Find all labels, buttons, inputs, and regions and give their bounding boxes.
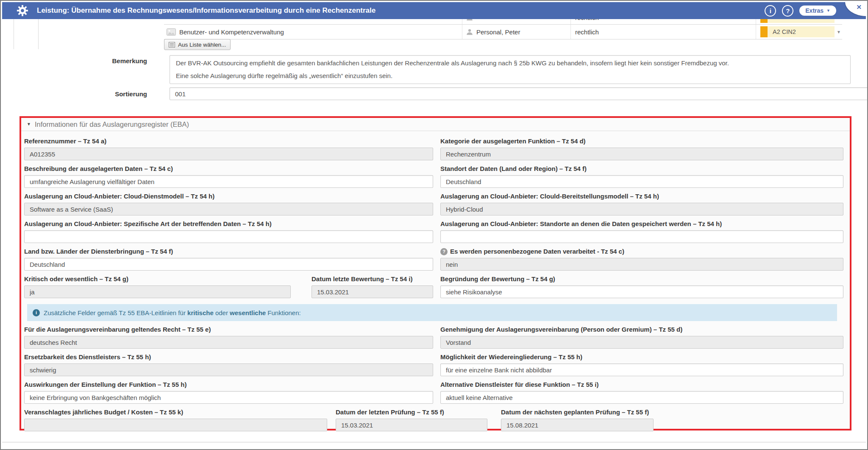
field-label: Referenznummer – Tz 54 a) (24, 137, 433, 145)
field-label: Kategorie der ausgelagerten Funktion – T… (440, 137, 843, 145)
field-referenznummer: Referenznummer – Tz 54 a) (24, 137, 433, 160)
list-icon (169, 42, 175, 48)
field-standorte-gespeichert: Auslagerung an Cloud-Anbieter: Standorte… (440, 220, 843, 243)
field-spezifische-art: Auslagerung an Cloud-Anbieter: Spezifisc… (24, 220, 433, 243)
auswirkungen-input[interactable] (24, 391, 433, 404)
cutoff-border-line (38, 19, 39, 49)
help-icon[interactable]: ? (782, 5, 793, 17)
referenznummer-input[interactable] (24, 148, 433, 160)
application-window: rechtlich Benutzer- und Kompetenzverwalt… (0, 0, 868, 450)
field-auswirkungen: Auswirkungen der Einstellung der Funktio… (24, 381, 433, 404)
sort-input[interactable] (170, 87, 868, 100)
field-kategorie: Kategorie der ausgelagerten Funktion – T… (440, 137, 843, 160)
cloud-dienstmodell-input[interactable] (24, 203, 433, 215)
field-kritisch: Kritisch oder wesentlich – Tz 54 g) (24, 275, 291, 298)
land-diensterbringung-input[interactable] (24, 258, 433, 271)
sort-label: Sortierung (43, 90, 147, 98)
field-geltendes-recht: Für die Auslagerungsvereinbarung geltend… (24, 326, 433, 349)
field-label: Beschreibung der ausgelagerten Daten – T… (24, 165, 433, 173)
field-alternative: Alternative Dienstleister für diese Funk… (440, 381, 843, 404)
budget-input[interactable] (24, 419, 327, 431)
measure-dropdown[interactable]: A2 CIN2 ▼ (760, 26, 842, 37)
title-bar: Leistung: Übernahme des Rechnungswesens/… (2, 2, 866, 19)
alternative-input[interactable] (440, 391, 843, 404)
page-title: Leistung: Übernahme des Rechnungswesens/… (37, 6, 376, 15)
field-land-diensterbringung: Land bzw. Länder der Diensterbringung – … (24, 248, 433, 271)
personenbezogene-daten-input[interactable] (440, 258, 843, 271)
image-icon (167, 28, 176, 36)
measure-badge: A2 CIN2 (768, 26, 835, 37)
field-label: Alternative Dienstleister für diese Funk… (440, 381, 843, 389)
field-label: Auslagerung an Cloud-Anbieter: Standorte… (440, 220, 843, 228)
field-budget: Veranschlagtes jährliches Budget / Koste… (24, 408, 327, 431)
beschreibung-input[interactable] (24, 175, 433, 188)
person-icon (466, 28, 473, 36)
field-datum-naechste-pruefung: Datum der nächsten geplanten Prüfung – T… (501, 408, 654, 431)
dropdown-arrow-icon: ▼ (837, 30, 841, 34)
field-standort-daten: Standort der Daten (Land oder Region) – … (440, 165, 843, 188)
field-label: Datum letzte Bewertung – Tz 54 i) (312, 275, 433, 283)
ersetzbarkeit-input[interactable] (24, 363, 433, 376)
field-label: Möglichkeit der Wiedereingliederung – Tz… (440, 353, 843, 361)
field-label: Datum der letzten Prüfung – Tz 55 f) (336, 408, 487, 416)
table-cell-name: Benutzer- und Kompetenzverwaltung (164, 25, 462, 39)
field-label: Für die Auslagerungsvereinbarung geltend… (24, 326, 433, 333)
remark-textarea[interactable]: Der BVR-AK Outsourcing empfiehlt die ges… (170, 55, 851, 84)
eba-section-body: Referenznummer – Tz 54 a) Kategorie der … (21, 131, 850, 431)
field-label: Veranschlagtes jährliches Budget / Koste… (24, 408, 327, 416)
kategorie-input[interactable] (440, 148, 843, 160)
status-color-square (760, 26, 768, 37)
field-label: Auslagerung an Cloud-Anbieter: Clould-Be… (440, 193, 843, 200)
table-row[interactable]: Benutzer- und Kompetenzverwaltung Person… (164, 25, 842, 39)
field-label: Datum der nächsten geplanten Prüfung – T… (501, 408, 654, 416)
datum-letzte-pruefung-input[interactable] (336, 419, 487, 431)
remark-label: Bemerkung (43, 57, 147, 64)
info-icon[interactable]: i (765, 5, 776, 17)
chevron-down-icon: ▼ (826, 8, 830, 13)
spezifische-art-input[interactable] (24, 230, 433, 243)
eba-section-header[interactable]: ▼ Informationen für das Auslagerungsregi… (21, 118, 850, 131)
panel-bottom-divider (2, 442, 866, 442)
field-label: Genehmigung der Auslagerungsvereinbarung… (440, 326, 843, 333)
standort-daten-input[interactable] (440, 175, 843, 188)
info-circle-icon: i (33, 309, 40, 316)
eba-section-title: Informationen für das Auslagerungsregist… (35, 118, 189, 131)
field-label: Auslagerung an Cloud-Anbieter: Cloud-Die… (24, 193, 433, 200)
field-ersetzbarkeit: Ersetzbarkeit des Dienstleisters – Tz 55… (24, 353, 433, 376)
person-name: Personal, Peter (476, 28, 520, 36)
remark-line-1: Der BVR-AK Outsourcing empfiehlt die ges… (176, 59, 844, 67)
service-name: Benutzer- und Kompetenzverwaltung (179, 28, 284, 36)
datum-bewertung-input[interactable] (312, 285, 433, 298)
field-beschreibung: Beschreibung der ausgelagerten Daten – T… (24, 165, 433, 188)
standorte-gespeichert-input[interactable] (440, 230, 843, 243)
datum-naechste-pruefung-input[interactable] (501, 419, 654, 431)
field-label: Ersetzbarkeit des Dienstleisters – Tz 55… (24, 353, 433, 361)
field-label: Standort der Daten (Land oder Region) – … (440, 165, 843, 173)
field-wiedereingliederung: Möglichkeit der Wiedereingliederung – Tz… (440, 353, 843, 376)
begruendung-input[interactable] (440, 285, 843, 298)
extras-label: Extras (805, 7, 823, 14)
bereitstellungsmodell-input[interactable] (440, 203, 843, 215)
field-genehmigung: Genehmigung der Auslagerungsvereinbarung… (440, 326, 843, 349)
table-cell-person: Personal, Peter (462, 25, 571, 39)
geltendes-recht-input[interactable] (24, 336, 433, 349)
genehmigung-input[interactable] (440, 336, 843, 349)
field-personenbezogene-daten: ? Es werden personenbezogene Daten verar… (440, 248, 843, 271)
extras-button[interactable]: Extras ▼ (799, 6, 836, 16)
table-cell-measure: A2 CIN2 ▼ (756, 25, 842, 39)
question-icon[interactable]: ? (440, 248, 448, 255)
choose-from-list-label: Aus Liste wählen... (178, 42, 226, 48)
field-label: Kritisch oder wesentlich – Tz 54 g) (24, 275, 291, 283)
field-label: ? Es werden personenbezogene Daten verar… (440, 248, 843, 255)
wiedereingliederung-input[interactable] (440, 363, 843, 376)
field-label: Begründung der Bewertung – Tz 54 g) (440, 275, 843, 283)
kritisch-input[interactable] (24, 285, 291, 298)
remark-line-2: Eine solche Auslagerung dürfte regelmäßi… (176, 72, 844, 79)
gear-icon (17, 5, 28, 17)
table-cell-category: rechtlich (571, 25, 756, 39)
eba-register-section: ▼ Informationen für das Auslagerungsregi… (19, 116, 851, 430)
choose-from-list-button[interactable]: Aus Liste wählen... (164, 39, 231, 50)
cutoff-border-line (14, 19, 14, 49)
field-datum-bewertung: Datum letzte Bewertung – Tz 54 i) (312, 275, 433, 298)
field-label: Auslagerung an Cloud-Anbieter: Spezifisc… (24, 220, 433, 228)
